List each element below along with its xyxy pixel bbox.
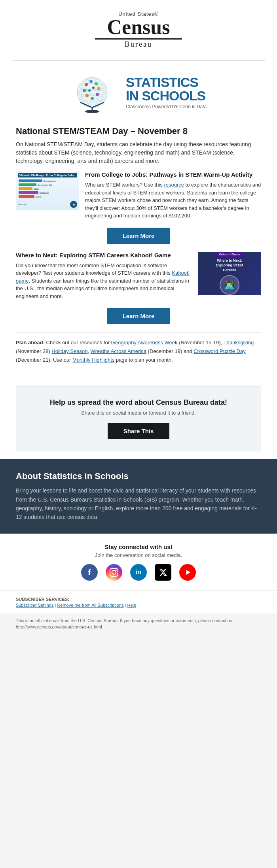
learn-more-1-container: Learn More: [16, 228, 261, 244]
learn-more-2-container: Learn More: [16, 308, 261, 324]
logo-bureau: Bureau: [125, 40, 152, 49]
plan-bold: Plan ahead:: [16, 340, 45, 345]
facebook-icon[interactable]: f: [81, 564, 98, 581]
share-section: Help us spread the word about Census Bur…: [16, 386, 261, 451]
svg-point-11: [97, 87, 101, 90]
intro-text: On National STEM/STEAM Day, students can…: [16, 140, 261, 165]
globe-icon: [70, 73, 118, 112]
linkedin-icon[interactable]: in: [130, 564, 147, 581]
svg-point-17: [88, 89, 91, 92]
plan-link-wreaths[interactable]: Wreaths Across America: [91, 348, 146, 354]
sis-title-line1: STATISTICS: [126, 75, 198, 89]
plan-text-4: ,: [87, 348, 90, 354]
sis-text-block: STATISTICS IN SCHOOLS Classrooms Powered…: [126, 75, 207, 109]
share-subtitle: Share this on social media or forward it…: [24, 410, 253, 416]
svg-point-15: [83, 89, 86, 92]
learn-more-1-button[interactable]: Learn More: [107, 228, 171, 244]
activity1-body-before: Who are STEM workers? Use this: [85, 182, 164, 188]
svg-point-10: [95, 82, 98, 85]
about-text: Bring your lessons to life and boost the…: [16, 486, 261, 522]
census-logo: United States® Census Bureau: [0, 11, 277, 49]
subscriber-services-label: SUBSCRIBER SERVICES:: [16, 597, 261, 602]
share-button[interactable]: Share This: [108, 423, 170, 439]
share-title: Help us spread the word about Census Bur…: [24, 398, 253, 407]
header-divider: [12, 60, 265, 61]
social-icons-row: f in: [16, 564, 261, 581]
about-title: About Statistics in Schools: [16, 471, 261, 481]
footer-disclaimer: This is an official email from the U.S. …: [0, 613, 277, 634]
activity1-section: 5 Minute Challenge: From College to Jobs…: [16, 171, 261, 220]
logo-line: [95, 38, 182, 40]
plan-text-7: page to plan your month.: [114, 357, 173, 363]
activity1-text: From College to Jobs: Pathways in STEM W…: [85, 171, 261, 220]
activity2-body: Did you know that the most common STEM o…: [16, 262, 192, 300]
email-wrapper: United States® Census Bureau: [0, 0, 277, 634]
activity1-resource-link[interactable]: resource: [164, 182, 184, 188]
help-link[interactable]: Help: [127, 603, 136, 608]
plan-text-1: Check out our resources for: [45, 340, 111, 345]
svg-point-1: [85, 110, 99, 113]
plan-link-monthly[interactable]: Monthly Highlights: [72, 357, 114, 363]
svg-point-8: [85, 83, 88, 86]
plan-section: Plan ahead: Check out our resources for …: [16, 332, 261, 370]
footer-links-row: Subscriber Settings | Remove me from All…: [16, 603, 261, 608]
activity2-body-before: Did you know that the most common STEM o…: [16, 262, 172, 276]
activity2-image: Kahoot! Game Where to Next:Exploring STE…: [198, 252, 261, 295]
instagram-icon[interactable]: [106, 564, 122, 581]
sis-title-line2: IN SCHOOLS: [126, 89, 206, 102]
activity1-title: From College to Jobs: Pathways in STEM W…: [85, 171, 261, 178]
plan-text-3: (November 28): [16, 348, 51, 354]
svg-point-21: [112, 570, 116, 574]
svg-point-9: [89, 80, 93, 83]
plan-text: Plan ahead: Check out our resources for …: [16, 338, 261, 364]
social-section: Stay connected with us! Join the convers…: [0, 534, 277, 591]
plan-link-crossword[interactable]: Crossword Puzzle Day: [194, 348, 246, 354]
plan-link-geography[interactable]: Geography Awareness Week: [111, 340, 178, 345]
email-header: United States® Census Bureau: [0, 0, 277, 57]
page-title: National STEM/STEAM Day – November 8: [16, 126, 261, 136]
svg-point-16: [92, 87, 95, 89]
main-content: National STEM/STEAM Day – November 8 On …: [0, 116, 277, 378]
social-subtitle: Join the conversation on social media.: [16, 552, 261, 558]
activity2-title: Where to Next: Exploring STEM Careers Ka…: [16, 252, 192, 259]
subscriber-settings-link[interactable]: Subscriber Settings: [16, 603, 53, 608]
svg-rect-20: [110, 568, 118, 576]
youtube-icon[interactable]: [179, 564, 196, 581]
svg-point-14: [85, 94, 89, 97]
activity2-body-after: . Students can learn things like the est…: [16, 278, 189, 299]
logo-census: Census: [107, 17, 170, 38]
plan-link-thanksgiving[interactable]: Thanksgiving: [224, 340, 254, 345]
plan-link-holiday[interactable]: Holiday Season: [51, 348, 87, 354]
plan-text-2: (November 15-19),: [178, 340, 224, 345]
x-twitter-icon[interactable]: [155, 564, 171, 581]
svg-point-12: [96, 93, 99, 96]
plan-text-5: (December 19) and: [146, 348, 194, 354]
svg-point-13: [91, 97, 94, 100]
footer: SUBSCRIBER SERVICES: Subscriber Settings…: [0, 591, 277, 613]
activity1-body: Who are STEM workers? Use this resource …: [85, 181, 261, 220]
svg-point-22: [116, 570, 117, 571]
activity2-text: Where to Next: Exploring STEM Careers Ka…: [16, 252, 192, 300]
activity1-image: 5 Minute Challenge: From College to Jobs…: [16, 171, 79, 210]
activity2-section: Where to Next: Exploring STEM Careers Ka…: [16, 252, 261, 300]
plan-text-6: (December 21). Use our: [16, 357, 72, 363]
sis-banner: STATISTICS IN SCHOOLS Classrooms Powered…: [0, 65, 277, 116]
svg-marker-24: [186, 570, 190, 575]
learn-more-2-button[interactable]: Learn More: [107, 308, 171, 324]
remove-subscriptions-link[interactable]: Remove me from All Subscriptions: [57, 603, 123, 608]
social-title: Stay connected with us!: [16, 543, 261, 550]
sis-subtitle: Classrooms Powered bY Census Data: [126, 104, 207, 109]
about-section: About Statistics in Schools Bring your l…: [0, 459, 277, 534]
